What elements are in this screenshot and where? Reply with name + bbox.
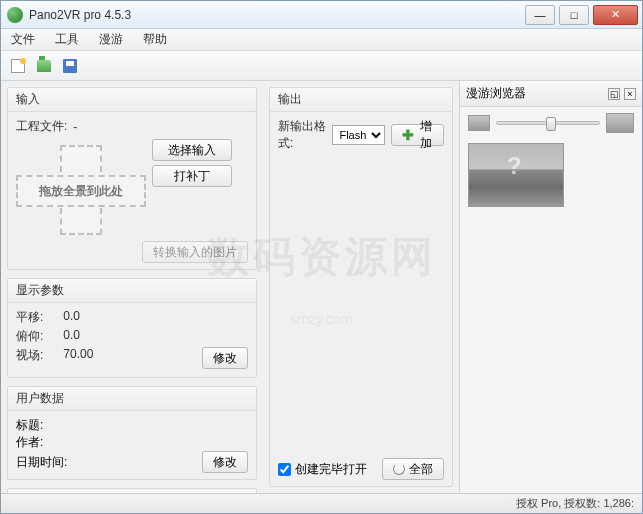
dropzone-shape: 拖放全景到此处 [16, 145, 146, 235]
maximize-button[interactable]: □ [559, 5, 589, 25]
userdata-modify-button[interactable]: 修改 [202, 451, 248, 473]
select-input-button[interactable]: 选择输入 [152, 139, 232, 161]
menu-help[interactable]: 帮助 [139, 29, 171, 50]
display-params-header: 显示参数 [8, 279, 256, 303]
convert-input-button[interactable]: 转换输入的图片 [142, 241, 248, 263]
content-area: 输入 工程文件: - 拖放全景到此处 [1, 81, 642, 493]
input-body: 工程文件: - 拖放全景到此处 选择输入 打补丁 [8, 112, 256, 269]
app-window: Pano2VR pro 4.5.3 — □ ✕ 文件 工具 漫游 帮助 输入 工… [0, 0, 643, 514]
output-footer: 创建完毕打开 全部 [270, 452, 452, 486]
slider-thumb[interactable] [546, 117, 556, 131]
plus-icon: ✚ [402, 127, 414, 143]
open-button[interactable] [33, 55, 55, 77]
license-status: 授权 Pro, 授权数: 1,286: [516, 496, 634, 511]
fov-value: 70.00 [63, 347, 93, 369]
left-column: 输入 工程文件: - 拖放全景到此处 [1, 81, 263, 493]
close-button[interactable]: ✕ [593, 5, 638, 25]
display-modify-button[interactable]: 修改 [202, 347, 248, 369]
input-buttons: 选择输入 打补丁 [152, 139, 232, 241]
project-file-label: 工程文件: [16, 118, 67, 135]
user-data-header: 用户数据 [8, 387, 256, 411]
output-format-row: 新输出格式: Flash ✚ 增加 [278, 118, 444, 152]
tilt-value: 0.0 [63, 328, 80, 345]
panel-controls: ◱ × [608, 88, 636, 100]
dropzone-text: 拖放全景到此处 [39, 183, 123, 200]
project-file-row: 工程文件: - [16, 118, 248, 135]
output-format-label: 新输出格式: [278, 118, 326, 152]
window-controls: — □ ✕ [525, 5, 642, 25]
open-when-done-label: 创建完毕打开 [295, 461, 367, 478]
pan-value: 0.0 [63, 309, 80, 326]
menu-tour[interactable]: 漫游 [95, 29, 127, 50]
fov-label: 视场: [16, 347, 43, 369]
tour-browser-title: 漫游浏览器 [466, 85, 526, 102]
panorama-thumbnail[interactable] [468, 143, 564, 207]
save-icon [63, 59, 77, 73]
output-group: 输出 新输出格式: Flash ✚ 增加 [269, 87, 453, 487]
open-when-done-row[interactable]: 创建完毕打开 [278, 461, 367, 478]
minimize-button[interactable]: — [525, 5, 555, 25]
tilt-row: 俯仰: 0.0 [16, 328, 248, 345]
patch-button[interactable]: 打补丁 [152, 165, 232, 187]
thumbnail-size-slider-row [460, 107, 642, 139]
tour-browser-header: 漫游浏览器 ◱ × [460, 81, 642, 107]
ud-date-label: 日期时间: [16, 454, 67, 471]
input-header: 输入 [8, 88, 256, 112]
small-thumb-icon [468, 115, 490, 131]
build-all-label: 全部 [409, 461, 433, 478]
save-button[interactable] [59, 55, 81, 77]
panel-close-button[interactable]: × [624, 88, 636, 100]
output-format-select[interactable]: Flash [332, 125, 385, 145]
ud-title-label: 标题: [16, 417, 248, 434]
build-all-button[interactable]: 全部 [382, 458, 444, 480]
new-icon [11, 59, 25, 73]
display-params-body: 平移: 0.0 俯仰: 0.0 视场: 70.00 修改 [8, 303, 256, 377]
right-panel: 漫游浏览器 ◱ × [459, 81, 642, 493]
titlebar: Pano2VR pro 4.5.3 — □ ✕ [1, 1, 642, 29]
app-icon [7, 7, 23, 23]
display-params-group: 显示参数 平移: 0.0 俯仰: 0.0 视场: 70.00 修改 [7, 278, 257, 378]
ud-author-label: 作者: [16, 434, 248, 451]
add-label: 增加 [418, 118, 433, 152]
large-thumb-icon [606, 113, 634, 133]
window-title: Pano2VR pro 4.5.3 [29, 8, 131, 22]
add-output-button[interactable]: ✚ 增加 [391, 124, 444, 146]
pan-label: 平移: [16, 309, 43, 326]
menu-tools[interactable]: 工具 [51, 29, 83, 50]
open-when-done-checkbox[interactable] [278, 463, 291, 476]
input-main-row: 拖放全景到此处 选择输入 打补丁 [16, 139, 248, 241]
toolbar [1, 51, 642, 81]
output-header: 输出 [270, 88, 452, 112]
middle-column: 输出 新输出格式: Flash ✚ 增加 [263, 81, 459, 493]
title-left: Pano2VR pro 4.5.3 [7, 7, 131, 23]
fov-row: 视场: 70.00 修改 [16, 347, 248, 369]
menu-file[interactable]: 文件 [7, 29, 39, 50]
new-button[interactable] [7, 55, 29, 77]
thumb-size-slider[interactable] [496, 121, 600, 125]
pan-row: 平移: 0.0 [16, 309, 248, 326]
refresh-icon [393, 463, 405, 475]
project-file-value: - [73, 120, 77, 134]
status-bar: 授权 Pro, 授权数: 1,286: [1, 493, 642, 513]
user-data-body: 标题: 作者: 日期时间: 修改 [8, 411, 256, 479]
output-body: 新输出格式: Flash ✚ 增加 [270, 112, 452, 162]
panel-undock-button[interactable]: ◱ [608, 88, 620, 100]
input-group: 输入 工程文件: - 拖放全景到此处 [7, 87, 257, 270]
tilt-label: 俯仰: [16, 328, 43, 345]
panorama-dropzone[interactable]: 拖放全景到此处 [16, 145, 146, 235]
open-icon [37, 60, 51, 72]
menubar: 文件 工具 漫游 帮助 [1, 29, 642, 51]
user-data-group: 用户数据 标题: 作者: 日期时间: 修改 [7, 386, 257, 480]
